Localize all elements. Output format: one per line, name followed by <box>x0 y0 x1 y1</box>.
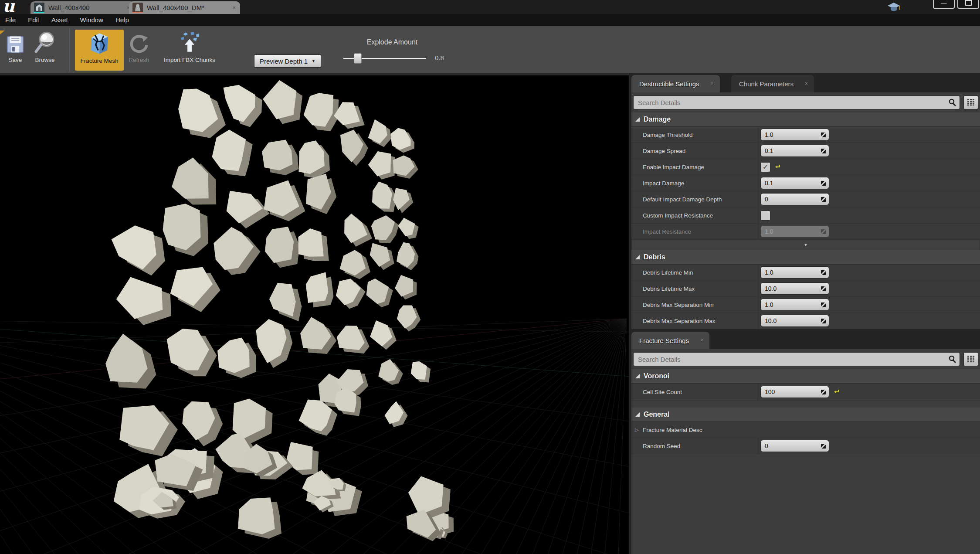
search-row <box>631 349 980 369</box>
fractured-wall-preview[interactable] <box>0 75 629 554</box>
impact-resistance-input: 1.0 <box>760 225 829 238</box>
maximize-button[interactable] <box>957 0 979 9</box>
debris-max-separation-min-input[interactable]: 1.0 <box>760 299 829 311</box>
section-gap <box>631 401 980 408</box>
tab-color-bar <box>34 12 44 13</box>
damage-threshold-input[interactable]: 1.0 <box>760 129 829 141</box>
tab-fracture-settings[interactable]: Fracture Settings × <box>631 332 709 349</box>
expand-right-icon[interactable]: ▷ <box>635 422 638 438</box>
tab-label: Wall_400x400_DM* <box>147 4 229 11</box>
row-impact-damage: Impact Damage 0.1 <box>631 175 980 191</box>
unreal-engine-logo: u <box>3 0 15 16</box>
destructible-mesh-thumbnail-icon <box>132 3 143 13</box>
damage-spread-input[interactable]: 0.1 <box>760 145 829 157</box>
row-debris-lifetime-min: Debris Lifetime Min 1.0 <box>631 265 980 281</box>
debris-lifetime-min-input[interactable]: 1.0 <box>760 266 829 279</box>
section-expanded-icon <box>635 412 640 417</box>
value-drag-icon[interactable] <box>821 318 826 324</box>
reset-to-default-icon[interactable] <box>775 164 781 170</box>
random-seed-input[interactable]: 0 <box>760 440 829 452</box>
floppy-disk-icon <box>5 30 25 55</box>
import-chunks-icon <box>177 30 202 55</box>
close-icon[interactable]: × <box>700 337 703 343</box>
window-controls: — <box>933 0 979 9</box>
static-mesh-thumbnail-icon <box>34 3 44 13</box>
3d-viewport[interactable] <box>0 73 629 554</box>
toolbar: Save Browse <box>0 26 980 73</box>
value-drag-icon[interactable] <box>821 197 826 202</box>
tab-chunk-parameters[interactable]: Chunk Parameters × <box>731 75 814 92</box>
row-debris-max-separation-max: Debris Max Separation Max 10.0 <box>631 313 980 329</box>
search-icon <box>948 355 956 363</box>
minimize-button[interactable]: — <box>933 0 955 9</box>
destructible-tabwell: Destructible Settings × Chunk Parameters… <box>631 73 980 92</box>
preview-depth-dropdown[interactable]: Preview Depth 1 ▼ <box>254 54 321 68</box>
chevron-down-icon: ▼ <box>804 243 808 247</box>
row-damage-spread: Damage Spread 0.1 <box>631 143 980 159</box>
section-general[interactable]: General <box>631 408 980 422</box>
impact-damage-input[interactable]: 0.1 <box>760 177 829 189</box>
browse-button[interactable]: Browse <box>32 30 58 63</box>
section-debris[interactable]: Debris <box>631 250 980 265</box>
tab-destructible-settings[interactable]: Destructible Settings × <box>631 75 720 92</box>
fracture-tabwell: Fracture Settings × <box>631 329 980 349</box>
value-drag-icon[interactable] <box>821 270 826 275</box>
menu-window[interactable]: Window <box>74 14 109 26</box>
search-details-box[interactable] <box>633 352 960 366</box>
check-icon: ✓ <box>763 163 768 171</box>
view-options-grid-button[interactable] <box>963 95 978 109</box>
value-drag-icon[interactable] <box>821 180 826 186</box>
asset-tab-wall-400x400-dm[interactable]: Wall_400x400_DM* × <box>129 1 240 14</box>
close-icon[interactable]: × <box>805 81 808 87</box>
refresh-button: Refresh <box>128 30 150 63</box>
magnifier-icon <box>32 30 58 55</box>
search-details-box[interactable] <box>633 95 960 109</box>
custom-impact-resistance-checkbox[interactable] <box>760 211 770 221</box>
value-drag-icon[interactable] <box>821 132 826 138</box>
close-icon[interactable]: × <box>711 81 714 87</box>
explode-amount-label: Explode Amount <box>349 38 436 46</box>
fracture-mesh-button[interactable]: Fracture Mesh <box>75 30 124 71</box>
value-drag-icon[interactable] <box>821 389 826 395</box>
row-random-seed: Random Seed 0 <box>631 438 980 454</box>
close-icon[interactable]: × <box>232 4 236 11</box>
enable-impact-damage-checkbox[interactable]: ✓ <box>760 162 770 172</box>
show-advanced-expander[interactable]: ▼ <box>631 240 980 250</box>
section-expanded-icon <box>635 374 640 379</box>
section-expanded-icon <box>635 117 640 122</box>
debris-lifetime-max-input[interactable]: 10.0 <box>760 282 829 295</box>
menu-file[interactable]: File <box>0 14 22 26</box>
row-custom-impact-resistance: Custom Impact Resistance <box>631 207 980 224</box>
tab-color-bar <box>132 12 143 13</box>
section-voronoi[interactable]: Voronoi <box>631 369 980 384</box>
import-fbx-chunks-button[interactable]: Import FBX Chunks <box>159 30 220 63</box>
reset-to-default-icon[interactable] <box>834 389 840 395</box>
row-impact-resistance: Impact Resistance 1.0 <box>631 224 980 240</box>
menu-edit[interactable]: Edit <box>22 14 45 26</box>
value-drag-icon[interactable] <box>821 443 826 449</box>
save-button[interactable]: Save <box>5 30 25 63</box>
default-impact-damage-depth-input[interactable]: 0 <box>760 193 829 205</box>
view-options-grid-button[interactable] <box>963 352 978 366</box>
cell-site-count-input[interactable]: 100 <box>760 386 829 398</box>
value-drag-icon[interactable] <box>821 286 826 292</box>
section-damage[interactable]: Damage <box>631 112 980 127</box>
menu-help[interactable]: Help <box>109 14 135 26</box>
value-drag-icon[interactable] <box>821 302 826 308</box>
menu-asset[interactable]: Asset <box>45 14 74 26</box>
explode-amount-slider-handle[interactable] <box>354 53 362 64</box>
row-debris-max-separation-min: Debris Max Separation Min 1.0 <box>631 297 980 313</box>
title-bar[interactable]: u Wall_400x400 × Wall_400x400_DM* <box>0 0 980 14</box>
search-details-input[interactable] <box>634 356 948 363</box>
destructible-mesh-editor-window: u Wall_400x400 × Wall_400x400_DM* <box>0 0 980 554</box>
explode-amount-value: 0.8 <box>435 54 444 61</box>
fractured-cube-icon <box>86 31 113 56</box>
asset-tab-wall-400x400[interactable]: Wall_400x400 × <box>31 1 134 14</box>
tutorial-graduation-cap-icon[interactable] <box>886 1 902 16</box>
debris-max-separation-max-input[interactable]: 10.0 <box>760 315 829 327</box>
value-drag-icon[interactable] <box>821 148 826 154</box>
tab-label: Wall_400x400 <box>48 4 123 11</box>
search-details-input[interactable] <box>634 99 948 106</box>
row-fracture-material-desc[interactable]: ▷ Fracture Material Desc <box>631 422 980 438</box>
toolbar-separator <box>69 28 70 71</box>
